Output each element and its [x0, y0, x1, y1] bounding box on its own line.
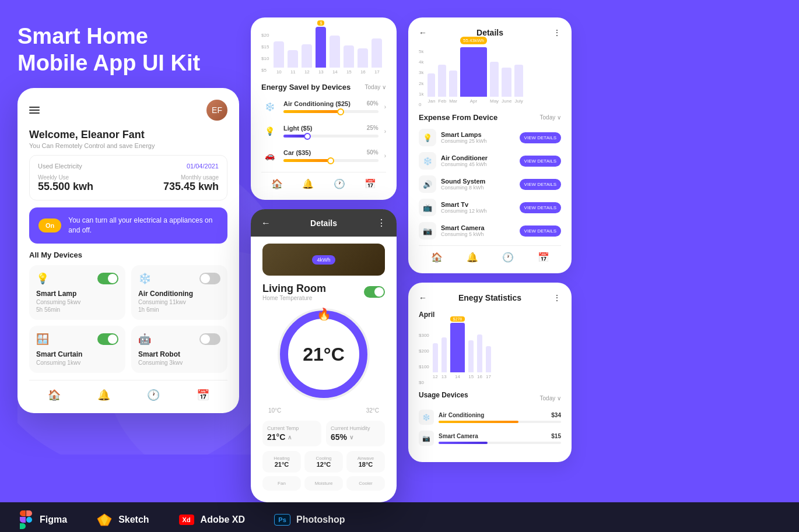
usage-cam-icon: 📷: [419, 431, 434, 446]
cam-icon: 📷: [419, 222, 436, 239]
details-card: ← Details ⋮ 5k 4k 3k 2k 1k 0 Jan: [408, 17, 572, 273]
lamp-info2: 5h 56min: [36, 306, 118, 313]
usage-row-cam: 📷 Smart Camera $15: [419, 431, 561, 446]
energy-ac-pct: 60%: [367, 100, 379, 107]
cam-view-btn[interactable]: VIEW DETAILS: [520, 226, 561, 237]
energy-today[interactable]: Today ∨: [365, 84, 386, 90]
fan-mode: Fan: [262, 476, 301, 491]
nav-bell-icon[interactable]: 🔔: [97, 389, 110, 401]
usage-today[interactable]: Today ∨: [540, 395, 561, 401]
temp-display: 21°C: [303, 344, 345, 365]
right-nav-bell[interactable]: 🔔: [467, 252, 478, 263]
details-dots-icon[interactable]: ⋮: [553, 28, 561, 37]
lamp-name: Smart Lamp: [36, 290, 118, 298]
weekly-label: Weekly Use: [38, 174, 93, 181]
expense-row-ac: ❄️ Air Conditioner Consuming 45 kWh VIEW…: [419, 152, 561, 170]
energy-ac-icon: ❄️: [261, 98, 278, 115]
usage-ac-amount: $34: [551, 412, 561, 418]
device-card-ac: ❄️ Air Conditioning Consuming 11kwv 1h 6…: [131, 265, 227, 320]
mid-nav-clock[interactable]: 🕐: [334, 178, 345, 189]
tv-name: Smart Tv: [441, 201, 515, 208]
on-badge[interactable]: On: [38, 219, 61, 232]
right-nav-clock[interactable]: 🕐: [502, 252, 514, 263]
robot-info: Consuming 3kwv: [138, 360, 220, 366]
expense-row-lamps: 💡 Smart Lamps Consuming 25 kWh VIEW DETA…: [419, 129, 561, 146]
nav-calendar-icon[interactable]: 📅: [197, 389, 209, 401]
energy-light-name: Light ($5): [283, 125, 313, 132]
curtain-toggle[interactable]: [97, 333, 118, 345]
phone-mockup: EF Welcome, Eleanor Fant You Can Remotel…: [17, 88, 239, 413]
robot-toggle[interactable]: [199, 333, 220, 345]
electricity-date: 01/04/2021: [187, 163, 219, 170]
living-room-toggle[interactable]: [364, 286, 385, 298]
sketch-tool: Sketch: [96, 512, 149, 528]
sound-name: Sound System: [441, 178, 515, 185]
stats-dots-icon[interactable]: ⋮: [553, 293, 561, 302]
bottom-bar: Figma Sketch Xd Adobe XD Ps Photoshop: [0, 502, 799, 532]
energy-light-icon: 💡: [261, 123, 278, 139]
device-card-robot: 🤖 Smart Robot Consuming 3kwv: [131, 326, 227, 373]
sketch-logo: [96, 512, 113, 528]
ac-icon: ❄️: [138, 272, 151, 285]
tv-view-btn[interactable]: VIEW DETAILS: [520, 202, 561, 213]
sound-view-btn[interactable]: VIEW DETAILS: [520, 179, 561, 190]
nav-clock-icon[interactable]: 🕐: [147, 389, 160, 401]
curtain-icon: 🪟: [36, 333, 49, 346]
sound-sub: Consuming 8 kWh: [441, 185, 515, 191]
robot-name: Smart Robot: [138, 350, 220, 358]
usage-ac-name: Air Conditioning: [439, 412, 484, 418]
back-details-icon[interactable]: ←: [419, 28, 427, 37]
lamps-name: Smart Lamps: [441, 131, 515, 138]
ac-toggle[interactable]: [199, 273, 220, 284]
cooler-mode: Cooler: [346, 476, 385, 491]
energy-car-name: Car ($35): [283, 149, 311, 156]
right-nav-home[interactable]: 🏠: [431, 252, 443, 263]
lamps-view-btn[interactable]: VIEW DETAILS: [520, 132, 561, 143]
kwh-badge: 55.43kWh: [460, 37, 487, 44]
nav-home-icon[interactable]: 🏠: [48, 389, 61, 401]
ac-info1: Consuming 11kwv: [138, 299, 220, 305]
lamp-icon: 💡: [36, 272, 49, 285]
energy-light-pct: 25%: [367, 125, 379, 132]
thermostat-ring: 🔥 21°C: [280, 311, 367, 398]
device-card-curtain: 🪟 Smart Curtain Consuming 1kwv: [29, 326, 125, 373]
expense-ac-icon: ❄️: [419, 152, 436, 170]
lamp-toggle[interactable]: [97, 273, 118, 284]
cooling-mode: Cooling 12°C: [304, 451, 343, 473]
mid-nav-bell[interactable]: 🔔: [302, 178, 314, 189]
figma-tool: Figma: [17, 512, 67, 528]
expense-today[interactable]: Today ∨: [540, 114, 561, 121]
expense-row-tv: 📺 Smart Tv Consuming 12 kWh VIEW DETAILS: [419, 199, 561, 216]
energy-car-pct: 50%: [367, 149, 379, 156]
mid-nav-cal[interactable]: 📅: [365, 178, 376, 189]
usage-cam-name: Smart Camera: [439, 433, 478, 439]
right-nav-cal[interactable]: 📅: [538, 252, 549, 263]
light-chevron: ›: [384, 128, 386, 135]
stats-back-icon[interactable]: ←: [419, 293, 427, 302]
max-temp: 32°C: [366, 407, 379, 414]
figma-label: Figma: [40, 515, 67, 525]
ps-label: Photoshop: [296, 515, 345, 525]
xd-tool: Xd Adobe XD: [178, 512, 245, 528]
devices-title: All My Devices: [29, 251, 227, 259]
expense-row-sound: 🔊 Sound System Consuming 8 kWh VIEW DETA…: [419, 175, 561, 193]
energy-car-icon: 🚗: [261, 147, 278, 164]
ps-tool: Ps Photoshop: [274, 512, 345, 528]
mid-nav-home[interactable]: 🏠: [271, 178, 283, 189]
ps-logo: Ps: [274, 512, 290, 528]
expense-ac-sub: Consuming 45 kWh: [441, 161, 515, 167]
expense-title: Expense From Device: [419, 113, 497, 122]
back-icon[interactable]: ←: [261, 218, 271, 228]
airwave-mode: Airwave 18°C: [346, 451, 385, 473]
ac-dark-badge: 4kWh: [312, 255, 335, 265]
current-humidity-stat: Current Humidity 65% ∨: [326, 421, 385, 446]
figma-logo: [17, 512, 34, 528]
car-chevron: ›: [384, 153, 386, 159]
ac-view-btn[interactable]: VIEW DETAILS: [520, 156, 561, 167]
monthly-label: Monthly usage: [163, 174, 219, 181]
dots-menu-icon[interactable]: ⋮: [377, 217, 386, 228]
robot-icon: 🤖: [138, 333, 151, 346]
hamburger-menu[interactable]: [29, 105, 40, 115]
lamps-icon: 💡: [419, 129, 436, 146]
xd-logo: Xd: [178, 512, 195, 528]
